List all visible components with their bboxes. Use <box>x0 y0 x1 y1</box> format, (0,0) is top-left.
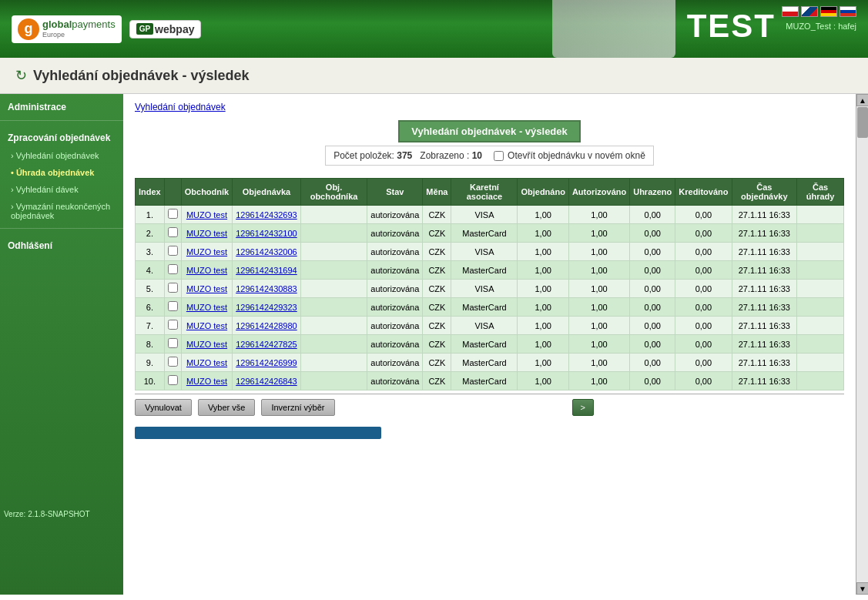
th-obj-obchodnika: Obj. obchodníka <box>300 179 367 206</box>
cell-checkbox[interactable] <box>164 298 181 317</box>
cell-autorizovano: 1,00 <box>568 317 629 335</box>
cell-cas-obj: 27.1.11 16:33 <box>732 317 797 335</box>
cell-objednavka[interactable]: 1296142432100 <box>233 224 301 243</box>
cell-kreditovano: 0,00 <box>675 261 732 280</box>
scroll-thumb[interactable] <box>857 107 868 138</box>
breadcrumb[interactable]: Vyhledání objednávek <box>135 102 844 112</box>
cell-obchodnik[interactable]: MUZO test <box>181 317 232 335</box>
arrow-icon: › <box>11 151 16 160</box>
row-checkbox[interactable] <box>168 320 178 330</box>
sidebar-item-davky[interactable]: › Vyhledání dávek <box>0 181 123 198</box>
table-row: 7.MUZO test1296142428980autorizovánaCZKV… <box>136 317 844 335</box>
result-info-box: Počet položek: 375 Zobrazeno : 10 Otevří… <box>325 146 654 166</box>
cell-cas-obj: 27.1.11 16:33 <box>732 206 797 224</box>
cell-checkbox[interactable] <box>164 280 181 298</box>
cell-objednavka[interactable]: 1296142426999 <box>233 354 301 372</box>
table-header-row: Index Obchodník Objednávka Obj. obchodní… <box>136 179 844 206</box>
next-button[interactable]: > <box>572 399 594 416</box>
cell-checkbox[interactable] <box>164 206 181 224</box>
cell-objednavka[interactable]: 1296142430883 <box>233 280 301 298</box>
cell-obchodnik[interactable]: MUZO test <box>181 206 232 224</box>
cell-cas-uhrady <box>797 298 844 317</box>
cell-objednavka[interactable]: 1296142432693 <box>233 206 301 224</box>
cell-autorizovano: 1,00 <box>568 372 629 391</box>
row-checkbox[interactable] <box>168 283 178 293</box>
cell-objednavka[interactable]: 1296142432006 <box>233 243 301 261</box>
cell-obchodnik[interactable]: MUZO test <box>181 280 232 298</box>
cell-objednavka[interactable]: 1296142426843 <box>233 372 301 391</box>
sidebar-admin-header[interactable]: Administrace <box>0 94 123 116</box>
cell-stav: autorizována <box>367 372 423 391</box>
scroll-track[interactable] <box>856 106 868 582</box>
open-new-window[interactable]: Otevřít objednávku v novém okně <box>494 150 645 161</box>
cell-checkbox[interactable] <box>164 224 181 243</box>
row-checkbox[interactable] <box>168 357 178 367</box>
cell-mena: CZK <box>423 298 451 317</box>
cell-checkbox[interactable] <box>164 261 181 280</box>
inverzni-button[interactable]: Inverzní výběr <box>261 399 334 416</box>
cell-obchodnik[interactable]: MUZO test <box>181 243 232 261</box>
row-checkbox[interactable] <box>168 301 178 311</box>
cell-uhrazeno: 0,00 <box>630 335 675 354</box>
cell-cas-obj: 27.1.11 16:33 <box>732 261 797 280</box>
cell-kreditovano: 0,00 <box>675 372 732 391</box>
cell-mena: CZK <box>423 280 451 298</box>
sidebar-item-vyhledani[interactable]: › Vyhledání objednávek <box>0 147 123 164</box>
cell-cas-uhrady <box>797 372 844 391</box>
gp-icon: GP <box>136 23 153 35</box>
row-checkbox[interactable] <box>168 338 178 348</box>
sidebar-logout[interactable]: Odhlášení <box>0 233 123 255</box>
cell-objednavka[interactable]: 1296142428980 <box>233 317 301 335</box>
th-uhrazeno: Uhrazeno <box>630 179 675 206</box>
cell-checkbox[interactable] <box>164 335 181 354</box>
row-checkbox[interactable] <box>168 246 178 256</box>
data-table: Index Obchodník Objednávka Obj. obchodní… <box>135 178 844 391</box>
sidebar-item-uhrada[interactable]: • Úhrada objednávek <box>0 164 123 181</box>
cell-checkbox[interactable] <box>164 372 181 391</box>
cell-obchodnik[interactable]: MUZO test <box>181 224 232 243</box>
count-info: Počet položek: 375 Zobrazeno : 10 <box>333 150 482 161</box>
table-row: 10.MUZO test1296142426843autorizovánaCZK… <box>136 372 844 391</box>
cell-objednano: 1,00 <box>518 354 568 372</box>
vynulovat-button[interactable]: Vynulovat <box>135 399 192 416</box>
refresh-icon: ↻ <box>15 67 27 84</box>
cell-objednavka[interactable]: 1296142429323 <box>233 298 301 317</box>
flag-de[interactable] <box>820 6 837 17</box>
th-objednavka: Objednávka <box>233 179 301 206</box>
cell-objednano: 1,00 <box>518 261 568 280</box>
version-label: Verze: 2.1.8-SNAPSHOT <box>4 510 90 518</box>
vyber-vse-button[interactable]: Vyber vše <box>198 399 256 416</box>
cell-obchodnik[interactable]: MUZO test <box>181 298 232 317</box>
sidebar-zpracovani-header[interactable]: Zpracování objednávek <box>0 125 123 147</box>
flag-cz[interactable] <box>782 6 799 17</box>
sidebar-item-vymazani[interactable]: › Vymazání neukončených objednávek <box>0 198 123 224</box>
row-checkbox[interactable] <box>168 209 178 219</box>
table-row: 4.MUZO test1296142431694autorizovánaCZKM… <box>136 261 844 280</box>
cell-stav: autorizována <box>367 317 423 335</box>
cell-obj-obchodnika <box>300 354 367 372</box>
row-checkbox[interactable] <box>168 227 178 237</box>
cell-uhrazeno: 0,00 <box>630 280 675 298</box>
open-new-window-checkbox[interactable] <box>494 151 504 161</box>
row-checkbox[interactable] <box>168 375 178 385</box>
scroll-down-button[interactable]: ▼ <box>856 582 868 595</box>
scroll-up-button[interactable]: ▲ <box>856 94 868 106</box>
cell-obchodnik[interactable]: MUZO test <box>181 335 232 354</box>
cell-checkbox[interactable] <box>164 317 181 335</box>
flag-sk[interactable] <box>801 6 818 17</box>
cell-checkbox[interactable] <box>164 243 181 261</box>
cell-obchodnik[interactable]: MUZO test <box>181 372 232 391</box>
cell-autorizovano: 1,00 <box>568 280 629 298</box>
cell-checkbox[interactable] <box>164 354 181 372</box>
cell-index: 10. <box>136 372 165 391</box>
card-image <box>552 0 675 58</box>
cell-obchodnik[interactable]: MUZO test <box>181 261 232 280</box>
cell-obchodnik[interactable]: MUZO test <box>181 354 232 372</box>
cell-mena: CZK <box>423 317 451 335</box>
cell-uhrazeno: 0,00 <box>630 261 675 280</box>
cell-objednavka[interactable]: 1296142431694 <box>233 261 301 280</box>
row-checkbox[interactable] <box>168 264 178 274</box>
flag-ru[interactable] <box>840 6 856 17</box>
cell-uhrazeno: 0,00 <box>630 372 675 391</box>
cell-objednavka[interactable]: 1296142427825 <box>233 335 301 354</box>
